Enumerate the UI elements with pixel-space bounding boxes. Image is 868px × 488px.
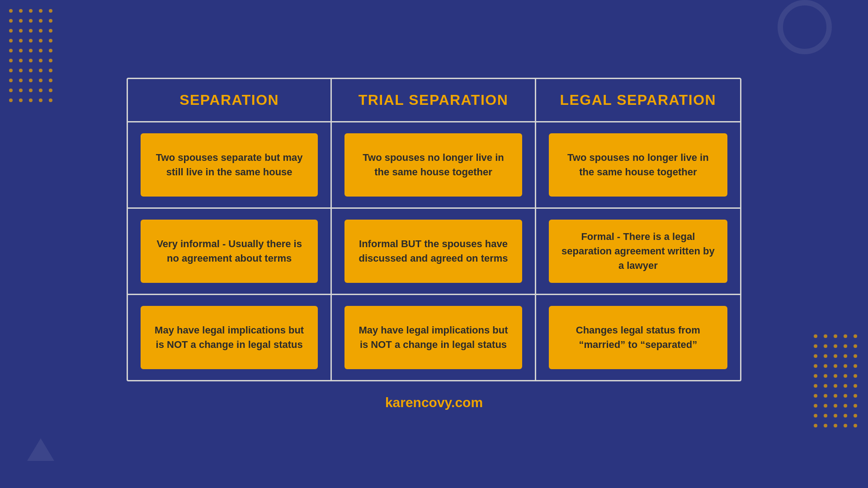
yellow-card-r2c3: Formal - There is a legal separation agr… [549, 220, 727, 283]
row3-cell2: May have legal implications but is NOT a… [332, 295, 536, 380]
card-text-r2c2: Informal BUT the spouses have discussed … [355, 237, 511, 266]
row3-cell3: Changes legal status from “married” to “… [536, 295, 740, 380]
decorative-dots-left: (function() { const dl = document.queryS… [9, 9, 54, 108]
header-legal-separation-title: LEGAL SEPARATION [545, 92, 731, 108]
row2-cell3: Formal - There is a legal separation agr… [536, 209, 740, 294]
row2-cell2: Informal BUT the spouses have discussed … [332, 209, 536, 294]
main-container: SEPARATION TRIAL SEPARATION LEGAL SEPARA… [118, 78, 750, 410]
header-separation-title: SEPARATION [137, 92, 321, 108]
table-row-1: Two spouses separate but may still live … [128, 122, 740, 209]
yellow-card-r1c2: Two spouses no longer live in the same h… [344, 133, 522, 197]
row1-cell2: Two spouses no longer live in the same h… [332, 122, 536, 207]
yellow-card-r1c3: Two spouses no longer live in the same h… [549, 133, 727, 197]
yellow-card-r3c1: May have legal implications but is NOT a… [141, 306, 318, 369]
footer: karencovy.com [385, 395, 483, 410]
yellow-card-r1c1: Two spouses separate but may still live … [141, 133, 318, 197]
decorative-dots-right: (function() { const dr = document.queryS… [814, 334, 859, 434]
yellow-card-r3c3: Changes legal status from “married” to “… [549, 306, 727, 369]
card-text-r3c2: May have legal implications but is NOT a… [355, 323, 511, 352]
row3-cell1: May have legal implications but is NOT a… [128, 295, 332, 380]
table-data-rows: Two spouses separate but may still live … [128, 122, 740, 380]
table-header-row: SEPARATION TRIAL SEPARATION LEGAL SEPARA… [128, 79, 740, 122]
footer-url: karencovy.com [385, 395, 483, 410]
card-text-r1c2: Two spouses no longer live in the same h… [355, 150, 511, 179]
table-row-2: Very informal - Usually there is no agre… [128, 209, 740, 295]
comparison-table: SEPARATION TRIAL SEPARATION LEGAL SEPARA… [127, 78, 741, 381]
card-text-r1c3: Two spouses no longer live in the same h… [560, 150, 717, 179]
header-cell-trial-separation: TRIAL SEPARATION [332, 79, 536, 121]
card-text-r1c1: Two spouses separate but may still live … [151, 150, 307, 179]
decorative-circle-shape [778, 0, 832, 54]
table-row-3: May have legal implications but is NOT a… [128, 295, 740, 380]
header-cell-legal-separation: LEGAL SEPARATION [536, 79, 740, 121]
row2-cell1: Very informal - Usually there is no agre… [128, 209, 332, 294]
decorative-triangle-shape [27, 438, 54, 461]
card-text-r2c3: Formal - There is a legal separation agr… [560, 230, 717, 273]
row1-cell3: Two spouses no longer live in the same h… [536, 122, 740, 207]
row1-cell1: Two spouses separate but may still live … [128, 122, 332, 207]
card-text-r2c1: Very informal - Usually there is no agre… [151, 237, 307, 266]
yellow-card-r2c2: Informal BUT the spouses have discussed … [344, 220, 522, 283]
header-cell-separation: SEPARATION [128, 79, 332, 121]
yellow-card-r2c1: Very informal - Usually there is no agre… [141, 220, 318, 283]
card-text-r3c3: Changes legal status from “married” to “… [560, 323, 717, 352]
yellow-card-r3c2: May have legal implications but is NOT a… [344, 306, 522, 369]
card-text-r3c1: May have legal implications but is NOT a… [151, 323, 307, 352]
header-trial-separation-title: TRIAL SEPARATION [341, 92, 525, 108]
